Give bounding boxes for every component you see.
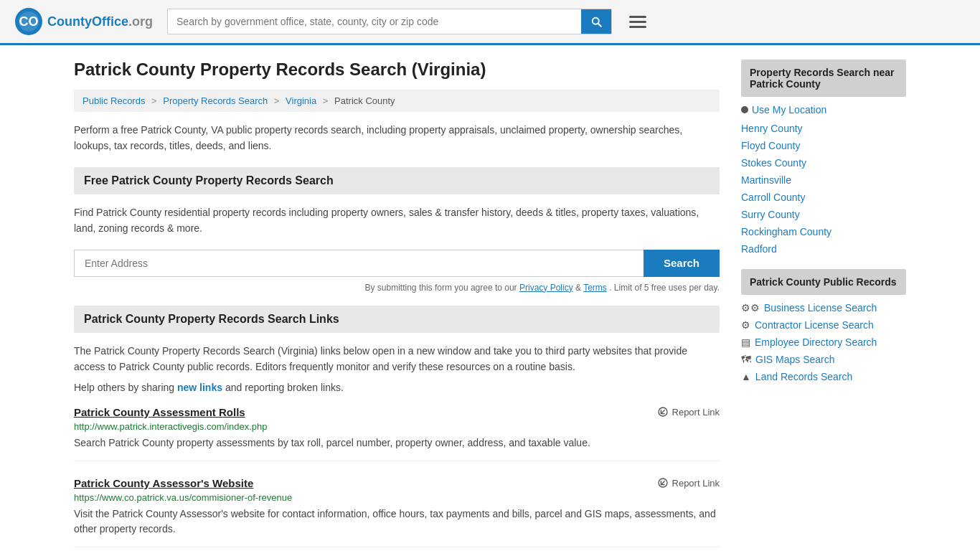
report-link-button-2[interactable]: Report Link <box>657 477 720 489</box>
report-link-button-1[interactable]: Report Link <box>657 406 720 418</box>
report-icon-1 <box>657 406 669 418</box>
svg-text:CO: CO <box>19 14 39 29</box>
record-url-2[interactable]: https://www.co.patrick.va.us/commisioner… <box>74 492 720 503</box>
use-my-location-link[interactable]: Use My Location <box>741 104 906 116</box>
record-title-1[interactable]: Patrick County Assessment Rolls <box>74 406 245 418</box>
location-dot-icon <box>741 106 748 113</box>
breadcrumb: Public Records > Property Records Search… <box>74 90 720 112</box>
breadcrumb-property-records-search[interactable]: Property Records Search <box>163 95 268 106</box>
page-description: Perform a free Patrick County, VA public… <box>74 122 720 154</box>
sidebar-public-records-heading: Patrick County Public Records <box>741 269 906 295</box>
sidebar-nearby-item-5: Surry County <box>741 209 906 220</box>
svg-line-8 <box>661 481 664 485</box>
sidebar-nearby-item-7: Radford <box>741 243 906 255</box>
land-records-icon: ▲ <box>741 371 751 382</box>
sidebar-nearby-item-1: Floyd County <box>741 140 906 151</box>
record-url-1[interactable]: http://www.patrick.interactivegis.com/in… <box>74 421 720 432</box>
contractor-license-link[interactable]: Contractor License Search <box>755 319 874 331</box>
sidebar-nearby-link-7[interactable]: Radford <box>741 243 777 255</box>
svg-line-4 <box>661 410 664 414</box>
form-disclaimer: By submitting this form you agree to our… <box>74 283 720 293</box>
employee-directory-icon: ▤ <box>741 336 750 348</box>
record-title-2[interactable]: Patrick County Assessor's Website <box>74 477 253 489</box>
record-item-1: Patrick County Assessment Rolls Report L… <box>74 406 720 461</box>
logo[interactable]: CO CountyOffice.org <box>14 7 153 36</box>
sidebar-public-records-item-4: ▲ Land Records Search <box>741 371 906 382</box>
record-item-2-header: Patrick County Assessor's Website Report… <box>74 477 720 489</box>
sidebar-public-records-item-2: ▤ Employee Directory Search <box>741 336 906 348</box>
menu-button[interactable] <box>626 13 649 31</box>
sidebar-nearby-item-3: Martinsville <box>741 174 906 186</box>
logo-text: CountyOffice.org <box>47 14 153 29</box>
links-section-heading: Patrick County Property Records Search L… <box>74 306 720 333</box>
logo-icon: CO <box>14 7 43 36</box>
sidebar-nearby-link-5[interactable]: Surry County <box>741 209 800 220</box>
business-license-link[interactable]: Business License Search <box>764 302 877 314</box>
address-search-form: Search <box>74 250 720 277</box>
gis-maps-icon: 🗺 <box>741 354 751 365</box>
sidebar-nearby-item-0: Henry County <box>741 123 906 134</box>
new-links-link[interactable]: new links <box>177 382 222 393</box>
sidebar-nearby-heading: Property Records Search near Patrick Cou… <box>741 60 906 97</box>
sidebar-nearby-link-1[interactable]: Floyd County <box>741 140 800 151</box>
address-input[interactable] <box>74 250 644 277</box>
free-search-heading: Free Patrick County Property Records Sea… <box>74 167 720 194</box>
land-records-link[interactable]: Land Records Search <box>755 371 852 382</box>
report-icon-2 <box>657 477 669 489</box>
sidebar: Property Records Search near Patrick Cou… <box>741 60 906 551</box>
record-desc-2: Visit the Patrick County Assessor's webs… <box>74 507 720 537</box>
record-item-1-header: Patrick County Assessment Rolls Report L… <box>74 406 720 418</box>
breadcrumb-virginia[interactable]: Virginia <box>286 95 316 106</box>
free-search-description: Find Patrick County residential property… <box>74 204 720 237</box>
sidebar-nearby-item-6: Rockingham County <box>741 226 906 237</box>
links-section-description: The Patrick County Property Records Sear… <box>74 343 720 375</box>
search-icon <box>590 15 603 28</box>
business-license-icon: ⚙⚙ <box>741 302 760 314</box>
breadcrumb-public-records[interactable]: Public Records <box>83 95 145 106</box>
header-search-input[interactable] <box>168 10 581 33</box>
sidebar-nearby-link-6[interactable]: Rockingham County <box>741 226 831 237</box>
header-search-bar <box>167 9 612 34</box>
gis-maps-link[interactable]: GIS Maps Search <box>755 354 835 365</box>
sidebar-nearby-link-4[interactable]: Carroll County <box>741 192 805 203</box>
sidebar-public-records-item-3: 🗺 GIS Maps Search <box>741 354 906 365</box>
sidebar-nearby-item-2: Stokes County <box>741 157 906 169</box>
sidebar-nearby-list: Henry County Floyd County Stokes County … <box>741 123 906 255</box>
record-desc-1: Search Patrick County property assessmen… <box>74 435 720 451</box>
sidebar-nearby-item-4: Carroll County <box>741 192 906 203</box>
page-title: Patrick County Property Records Search (… <box>74 60 720 80</box>
main-content: Patrick County Property Records Search (… <box>74 60 720 551</box>
terms-link[interactable]: Terms <box>583 283 607 293</box>
contractor-license-icon: ⚙ <box>741 319 750 331</box>
breadcrumb-current: Patrick County <box>334 95 395 106</box>
sidebar-public-records-item-1: ⚙ Contractor License Search <box>741 319 906 331</box>
header-search-button[interactable] <box>581 9 611 34</box>
sidebar-nearby-link-2[interactable]: Stokes County <box>741 157 806 169</box>
employee-directory-link[interactable]: Employee Directory Search <box>755 336 877 348</box>
sidebar-nearby-link-0[interactable]: Henry County <box>741 123 803 134</box>
sidebar-public-records-list: ⚙⚙ Business License Search ⚙ Contractor … <box>741 302 906 382</box>
sidebar-nearby-link-3[interactable]: Martinsville <box>741 174 791 186</box>
sidebar-public-records-item-0: ⚙⚙ Business License Search <box>741 302 906 314</box>
record-item-2: Patrick County Assessor's Website Report… <box>74 477 720 547</box>
privacy-policy-link[interactable]: Privacy Policy <box>519 283 573 293</box>
share-links-text: Help others by sharing new links and rep… <box>74 382 720 393</box>
search-button[interactable]: Search <box>644 250 720 277</box>
